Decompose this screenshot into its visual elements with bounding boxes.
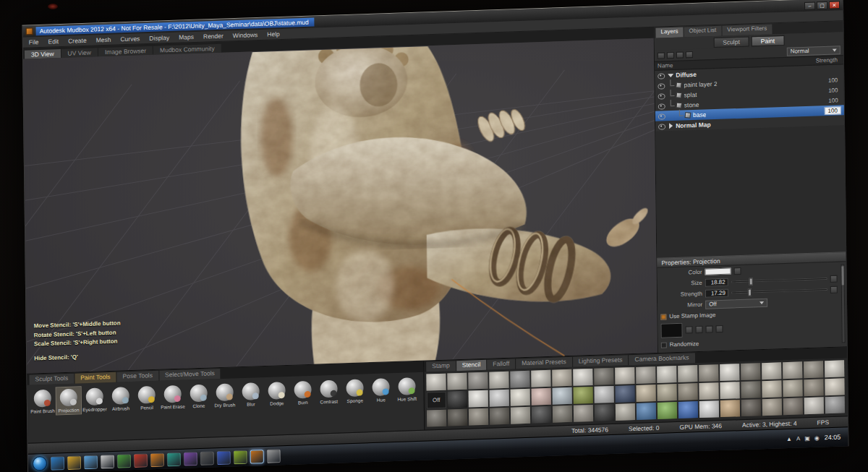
stencil-thumbnail[interactable] — [658, 402, 677, 419]
tool-button[interactable]: Airbrush — [109, 385, 133, 413]
stencil-thumbnail[interactable] — [804, 379, 823, 396]
layer-strength-value[interactable]: 100 — [828, 77, 842, 84]
viewport-3d[interactable]: Move Stencil: 'S'+Middle buttonRotate St… — [23, 38, 658, 374]
stencil-thumbnail[interactable] — [448, 391, 467, 408]
stencil-thumbnail[interactable] — [469, 408, 488, 426]
stencil-thumbnail[interactable] — [490, 390, 509, 407]
taskbar-app-icon[interactable] — [117, 454, 131, 468]
stencil-thumbnail[interactable] — [783, 398, 803, 415]
tool-button[interactable]: Paint Brush — [30, 388, 55, 416]
menu-item[interactable]: Display — [149, 34, 169, 42]
delete-layer-icon[interactable] — [686, 51, 693, 58]
mirror-dropdown[interactable]: Off — [705, 298, 767, 309]
stencil-thumbnail[interactable] — [678, 401, 698, 419]
stencil-thumbnail[interactable] — [657, 366, 676, 383]
stencil-thumbnail[interactable] — [825, 360, 844, 377]
visibility-eye-icon[interactable] — [657, 92, 666, 100]
menu-item[interactable]: Edit — [48, 38, 59, 45]
expand-icon[interactable] — [669, 123, 673, 129]
stencil-thumbnail[interactable] — [783, 379, 802, 397]
stencil-thumbnail[interactable] — [553, 387, 572, 405]
stencil-thumbnail[interactable] — [678, 365, 697, 382]
stencil-thumbnail[interactable] — [783, 361, 802, 379]
stamp-clear-button[interactable] — [715, 325, 723, 332]
stencil-thumbnail[interactable] — [552, 369, 571, 387]
stencil-thumbnail[interactable] — [573, 369, 592, 386]
color-swatch[interactable] — [705, 267, 731, 275]
tool-button[interactable]: Dodge — [264, 380, 289, 408]
visibility-eye-icon[interactable] — [656, 82, 665, 90]
tool-button[interactable]: Clone — [187, 382, 211, 411]
menu-item[interactable]: File — [29, 38, 39, 46]
stencil-thumbnail[interactable] — [637, 403, 656, 420]
stencil-thumbnail[interactable] — [804, 361, 823, 378]
taskbar-app-icon[interactable] — [51, 456, 64, 471]
slider-handle[interactable] — [748, 289, 752, 296]
size-options-button[interactable] — [830, 275, 838, 282]
stencil-thumbnail[interactable] — [804, 397, 824, 414]
stencil-thumbnail[interactable] — [699, 364, 718, 382]
tool-button[interactable]: Eyedropper — [82, 386, 107, 414]
stencil-thumbnail[interactable] — [489, 372, 509, 389]
stencil-thumbnail[interactable] — [594, 368, 613, 385]
new-group-icon[interactable] — [676, 51, 684, 58]
stencil-thumbnail[interactable] — [741, 363, 760, 380]
start-button[interactable] — [33, 456, 47, 471]
stencil-thumbnail[interactable] — [468, 372, 488, 390]
new-layer-icon[interactable] — [658, 52, 665, 59]
stencil-thumbnail[interactable] — [720, 364, 739, 381]
duplicate-layer-icon[interactable] — [667, 52, 674, 59]
stencil-thumbnail[interactable] — [469, 390, 488, 408]
tray-icon[interactable]: A — [796, 435, 800, 442]
color-picker-button[interactable] — [733, 267, 741, 275]
visibility-eye-icon[interactable] — [657, 102, 666, 110]
menu-item[interactable]: Help — [267, 30, 280, 38]
taskbar-app-icon[interactable] — [67, 455, 81, 470]
blend-mode-dropdown[interactable]: Normal — [787, 46, 841, 56]
stencil-thumbnail[interactable] — [616, 403, 635, 421]
visibility-eye-icon[interactable] — [656, 72, 665, 80]
layer-strength-value[interactable]: 100 — [824, 106, 841, 115]
tray-icon[interactable]: ▣ — [804, 434, 810, 441]
taskbar-app-icon[interactable] — [234, 450, 247, 464]
tool-button[interactable]: Blur — [239, 381, 263, 409]
tool-button[interactable]: Sponge — [342, 377, 367, 406]
layer-strength-value[interactable]: 100 — [828, 87, 842, 94]
stencil-thumbnail[interactable] — [720, 400, 740, 417]
slider-handle[interactable] — [749, 278, 752, 286]
taskbar-app-icon[interactable] — [267, 449, 281, 463]
stencil-panel-tab[interactable]: Stamp — [426, 361, 456, 372]
collapse-icon[interactable] — [668, 73, 673, 77]
stencil-thumbnail[interactable] — [427, 410, 446, 427]
taskbar-app-icon[interactable] — [150, 452, 164, 467]
tray-icon[interactable]: ▲ — [786, 435, 792, 442]
menu-item[interactable]: Mesh — [96, 36, 111, 44]
stencil-thumbnail[interactable] — [762, 380, 781, 398]
panel-tab[interactable]: Layers — [655, 27, 683, 38]
use-stamp-checkbox[interactable] — [660, 314, 666, 319]
stencil-thumbnail[interactable] — [448, 409, 467, 426]
stencil-thumbnail[interactable] — [595, 404, 614, 421]
mode-button[interactable]: Paint — [752, 35, 785, 46]
taskbar-app-icon[interactable] — [200, 451, 214, 465]
stencil-thumbnail[interactable] — [574, 405, 593, 422]
stencil-thumbnail[interactable] — [762, 362, 781, 379]
stencil-panel-tab[interactable]: Falloff — [487, 359, 515, 369]
stencil-thumbnail[interactable] — [825, 396, 845, 413]
layer-strength-value[interactable]: 100 — [828, 97, 842, 104]
stencil-off-button[interactable]: Off — [427, 392, 446, 409]
stencil-thumbnail[interactable] — [699, 382, 718, 400]
stencil-thumbnail[interactable] — [762, 398, 782, 416]
taskbar-app-icon[interactable] — [84, 455, 98, 469]
size-slider[interactable] — [731, 278, 827, 283]
menu-item[interactable]: Maps — [179, 33, 194, 41]
stencil-thumbnail[interactable] — [511, 407, 530, 424]
stamp-image-thumbnail[interactable] — [660, 323, 682, 338]
stencil-thumbnail[interactable] — [636, 366, 655, 384]
stencil-thumbnail[interactable] — [490, 408, 509, 425]
stencil-thumbnail[interactable] — [595, 386, 614, 403]
menu-item[interactable]: Windows — [233, 31, 258, 39]
strength-slider[interactable] — [731, 288, 827, 293]
menu-item[interactable]: Create — [68, 37, 87, 45]
taskbar-app-icon[interactable] — [167, 452, 181, 466]
